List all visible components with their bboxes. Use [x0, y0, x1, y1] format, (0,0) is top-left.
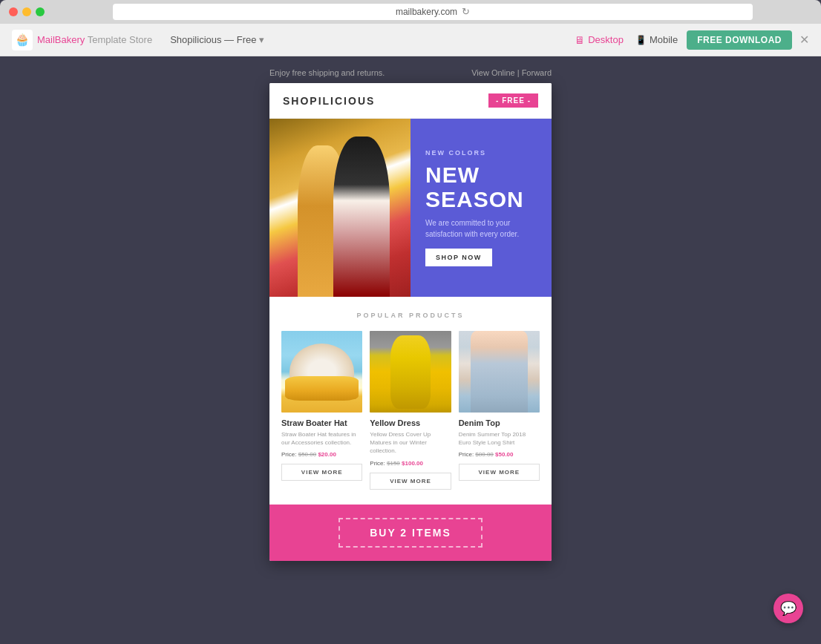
download-button[interactable]: FREE DOWNLOAD [687, 30, 792, 50]
logo-icon: 🧁 [12, 30, 33, 50]
chat-button[interactable]: 💬 [773, 594, 803, 623]
browser-window: mailbakery.com ↻ 🧁 MailBakery Template S… [0, 0, 821, 644]
product-image-dress [370, 331, 451, 413]
email-hero: NEW COLORS NEW SEASON We are committed t… [269, 119, 552, 297]
close-button[interactable]: ✕ [799, 33, 809, 47]
topbar-shipping-text: Enjoy free shipping and returns. [269, 68, 385, 77]
view-more-top-button[interactable]: VIEW MORE [459, 464, 540, 481]
minimize-dot[interactable] [22, 7, 31, 16]
view-options: 🖥 Desktop 📱 Mobile [575, 34, 678, 46]
maximize-dot[interactable] [36, 7, 45, 16]
product-name-dress: Yellow Dress [370, 418, 451, 427]
logo-text: MailBakery Template Store [37, 34, 152, 45]
mobile-icon: 📱 [635, 35, 647, 45]
email-topbar: Enjoy free shipping and returns. View On… [269, 64, 552, 82]
hero-text: NEW COLORS NEW SEASON We are committed t… [410, 119, 552, 297]
product-card-dress: Yellow Dress Yellow Dress Cover Up Matur… [370, 331, 451, 490]
product-image-top [459, 331, 540, 413]
product-image-hat [281, 331, 362, 413]
hero-title: NEW SEASON [425, 162, 537, 211]
product-desc-dress: Yellow Dress Cover Up Matures in our Win… [370, 430, 451, 456]
product-price-hat: Price: $50.00 $20.00 [281, 451, 362, 458]
hero-image-placeholder [269, 119, 410, 297]
product-name-top: Denim Top [459, 418, 540, 427]
browser-titlebar: mailbakery.com ↻ [0, 0, 821, 24]
topbar-links: View Online | Forward [471, 68, 552, 77]
app-toolbar: 🧁 MailBakery Template Store Shopilicious… [0, 24, 821, 56]
shop-now-button[interactable]: SHOP NOW [425, 249, 492, 266]
desktop-view-button[interactable]: 🖥 Desktop [575, 34, 624, 46]
monitor-icon: 🖥 [575, 34, 585, 46]
email-header: SHOPILICIOUS - FREE - [269, 83, 552, 119]
email-brand: SHOPILICIOUS [283, 95, 375, 107]
view-more-dress-button[interactable]: VIEW MORE [370, 473, 451, 490]
email-container: SHOPILICIOUS - FREE - NEW COLORS NEW SEA… [269, 83, 552, 561]
view-more-hat-button[interactable]: VIEW MORE [281, 464, 362, 481]
buy-banner-text: BUY 2 ITEMS [338, 518, 483, 548]
hero-new-colors-label: NEW COLORS [425, 149, 537, 157]
product-name-hat: Straw Boater Hat [281, 418, 362, 427]
product-price-dress: Price: $150 $100.00 [370, 460, 451, 467]
free-badge: - FREE - [488, 93, 538, 108]
window-controls [9, 7, 45, 16]
address-bar[interactable]: mailbakery.com ↻ [113, 4, 753, 20]
price-old-top: $80.00 [475, 451, 493, 458]
close-dot[interactable] [9, 7, 18, 16]
logo-area: 🧁 MailBakery Template Store [12, 30, 152, 50]
template-name: Shopilicious — Free [170, 34, 256, 45]
product-card-hat: Straw Boater Hat Straw Boater Hat featur… [281, 331, 362, 490]
dropdown-arrow[interactable]: ▾ [259, 34, 264, 45]
chat-icon: 💬 [780, 600, 797, 617]
product-desc-top: Denim Summer Top 2018 Euro Style Long Sh… [459, 430, 540, 447]
price-old-dress: $150 [387, 460, 400, 467]
price-new-dress: $100.00 [402, 460, 423, 467]
product-card-top: Denim Top Denim Summer Top 2018 Euro Sty… [459, 331, 540, 490]
product-price-top: Price: $80.00 $50.00 [459, 451, 540, 458]
hero-image [269, 119, 410, 297]
products-section-title: POPULAR PRODUCTS [281, 312, 540, 319]
buy-banner[interactable]: BUY 2 ITEMS [269, 505, 552, 561]
mobile-view-button[interactable]: 📱 Mobile [635, 34, 678, 45]
reload-icon[interactable]: ↻ [462, 5, 470, 19]
product-desc-hat: Straw Boater Hat features in our Accesso… [281, 430, 362, 447]
price-new-hat: $20.00 [318, 451, 336, 458]
url-text: mailbakery.com [396, 5, 457, 19]
email-preview-area: Enjoy free shipping and returns. View On… [0, 56, 821, 644]
price-old-hat: $50.00 [298, 451, 316, 458]
hero-subtitle: We are committed to your satisfaction wi… [425, 217, 537, 240]
products-grid: Straw Boater Hat Straw Boater Hat featur… [281, 331, 540, 490]
products-section: POPULAR PRODUCTS Straw Boater Hat Straw … [269, 297, 552, 505]
price-new-top: $50.00 [495, 451, 513, 458]
